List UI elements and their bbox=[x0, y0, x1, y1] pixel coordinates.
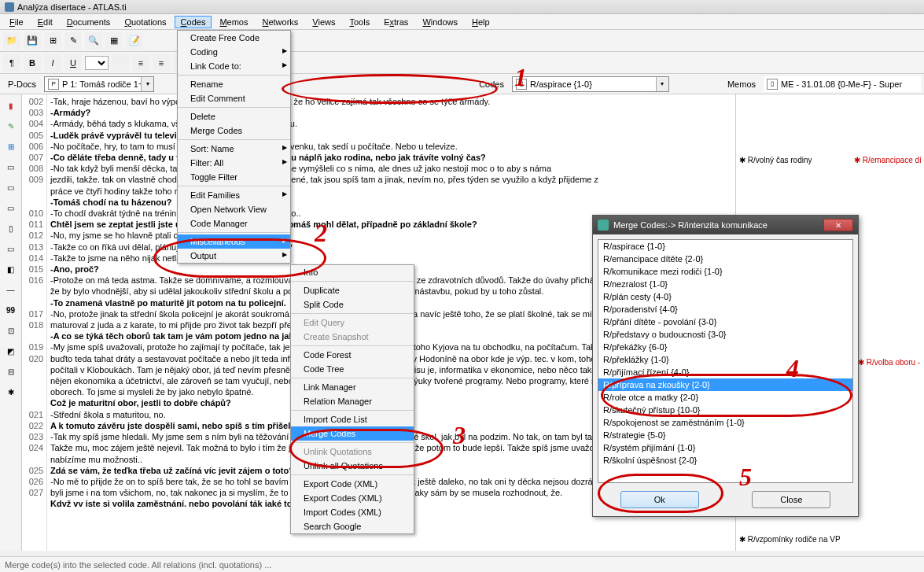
merge-list-item[interactable]: R/strategie {5-0} bbox=[598, 429, 852, 441]
menu-item[interactable]: Coding bbox=[178, 45, 290, 59]
table-icon[interactable]: ▦ bbox=[105, 32, 123, 50]
comment-icon[interactable]: 📝 bbox=[126, 32, 143, 50]
codes-selector[interactable]: ▯ R/aspirace {1-0} ▾ bbox=[512, 76, 669, 92]
memos-selector[interactable]: ▯ ME - 31.01.08 {0-Me-F} - Super bbox=[764, 76, 921, 92]
margin-code[interactable]: ✱ R/volba oboru - bbox=[858, 358, 920, 367]
submenu-item[interactable]: Import Codes (XML) bbox=[291, 505, 414, 519]
menu-tools[interactable]: Tools bbox=[344, 16, 377, 28]
search-icon[interactable]: 🔍 bbox=[85, 32, 102, 50]
submenu-item[interactable]: Split Code bbox=[291, 297, 414, 312]
open-icon[interactable]: 📁 bbox=[3, 32, 20, 50]
margin-code[interactable]: ✱ R/vzpomínky rodiče na VP bbox=[739, 535, 841, 544]
bold-icon[interactable]: B bbox=[24, 54, 41, 72]
pdocs-selector[interactable]: P P 1: Tomáš rodiče 1~ ▾ bbox=[44, 76, 154, 92]
editor-icon[interactable]: ✎ bbox=[64, 32, 82, 50]
menu-edit[interactable]: Edit bbox=[31, 16, 59, 28]
merge-list-item[interactable]: R/aspirace {1-0} bbox=[598, 240, 852, 253]
tool-j[interactable]: ⊡ bbox=[3, 323, 19, 338]
menu-item[interactable]: Edit Comment bbox=[178, 91, 290, 105]
align-center-icon[interactable]: ≡ bbox=[153, 54, 170, 72]
merge-list-item[interactable]: R/plán cesty {4-0} bbox=[598, 290, 852, 303]
tool-g[interactable]: ▯ bbox=[3, 220, 19, 236]
underline-icon[interactable]: U bbox=[64, 54, 82, 72]
submenu-item[interactable]: Duplicate bbox=[291, 283, 414, 297]
menu-item[interactable]: Miscellaneous bbox=[178, 234, 290, 249]
submenu-item[interactable]: Merge Codes bbox=[291, 426, 414, 441]
margin-code[interactable]: ✱ R/emancipace dí bbox=[854, 156, 922, 164]
menu-extras[interactable]: Extras bbox=[377, 16, 414, 28]
chevron-down-icon[interactable]: ▾ bbox=[141, 77, 153, 91]
submenu-item[interactable]: Unlink Quotations bbox=[291, 445, 414, 459]
menu-item[interactable]: Link Code to: bbox=[178, 59, 290, 73]
merge-list-item[interactable]: R/přání dítěte - povolání {3-0} bbox=[598, 316, 852, 328]
merge-list-item[interactable]: R/role otce a matky {2-0} bbox=[598, 391, 852, 404]
menu-item[interactable]: Edit Families bbox=[178, 188, 290, 202]
font-size-select[interactable] bbox=[85, 56, 109, 70]
merge-list-item[interactable]: R/překážky {6-0} bbox=[598, 341, 852, 353]
menu-item[interactable]: Delete bbox=[178, 109, 290, 124]
tool-99[interactable]: 99 bbox=[3, 302, 19, 318]
align-left-icon[interactable]: ≡ bbox=[132, 54, 149, 72]
merge-list-item[interactable]: R/komunikace mezi rodiči {1-0} bbox=[598, 265, 852, 278]
tool-d[interactable]: ▭ bbox=[3, 159, 19, 175]
tree-icon[interactable]: ⊞ bbox=[44, 32, 61, 50]
merge-list-item[interactable]: R/přijímací řízení {4-0} bbox=[598, 366, 852, 378]
merge-list-item[interactable]: R/systém přijímání {1-0} bbox=[598, 441, 852, 454]
merge-list-item[interactable]: R/skutečný přístup {10-0} bbox=[598, 404, 852, 416]
tool-b[interactable]: ✎ bbox=[3, 118, 19, 134]
menu-item[interactable]: Output bbox=[178, 249, 290, 263]
font-color-icon[interactable] bbox=[112, 54, 129, 72]
submenu-item[interactable]: Link Manager bbox=[291, 380, 414, 394]
menu-item[interactable]: Toggle Filter bbox=[178, 170, 290, 184]
menu-documents[interactable]: Documents bbox=[61, 16, 117, 28]
menu-codes[interactable]: Codes bbox=[175, 16, 212, 28]
tool-h[interactable]: ▭ bbox=[3, 241, 19, 256]
merge-list-item[interactable]: R/školní úspěšnost {2-0} bbox=[598, 454, 852, 467]
submenu-item[interactable]: Export Code (XML) bbox=[291, 477, 414, 491]
submenu-item[interactable]: Import Code List bbox=[291, 412, 414, 426]
merge-list-item[interactable]: R/emancipace dítěte {2-0} bbox=[598, 253, 852, 265]
menu-item[interactable]: Code Manager bbox=[178, 216, 290, 231]
menu-windows[interactable]: Windows bbox=[416, 16, 464, 28]
italic-icon[interactable]: I bbox=[44, 54, 61, 72]
submenu-item[interactable]: Code Tree bbox=[291, 362, 414, 376]
tool-k[interactable]: ◩ bbox=[3, 343, 19, 359]
menu-item[interactable]: Merge Codes bbox=[178, 124, 290, 138]
tool-m[interactable]: ✱ bbox=[3, 384, 19, 400]
menu-help[interactable]: Help bbox=[466, 16, 496, 28]
menu-memos[interactable]: Memos bbox=[213, 16, 254, 28]
merge-list-item[interactable]: R/poradenství {4-0} bbox=[598, 303, 852, 316]
merge-code-list[interactable]: R/aspirace {1-0}R/emancipace dítěte {2-0… bbox=[598, 239, 853, 483]
tool-f[interactable]: ▭ bbox=[3, 200, 19, 216]
submenu-item[interactable]: Create Snapshot bbox=[291, 330, 414, 344]
tool-l[interactable]: ⊟ bbox=[3, 363, 19, 379]
margin-code[interactable]: ✱ R/volný čas rodiny bbox=[739, 156, 812, 164]
tool-i[interactable]: ◧ bbox=[3, 261, 19, 277]
submenu-item[interactable]: Search Google bbox=[291, 519, 414, 533]
menu-networks[interactable]: Networks bbox=[256, 16, 304, 28]
menu-views[interactable]: Views bbox=[306, 16, 341, 28]
merge-list-item[interactable]: R/spokojenost se zaměstnáním {1-0} bbox=[598, 416, 852, 429]
menu-item[interactable]: Rename bbox=[178, 77, 290, 91]
menu-item[interactable]: Filter: All bbox=[178, 156, 290, 170]
tool-e[interactable]: ▭ bbox=[3, 179, 19, 195]
close-button[interactable]: ✕ bbox=[823, 219, 853, 231]
submenu-item[interactable]: Relation Manager bbox=[291, 394, 414, 408]
merge-list-item[interactable]: R/překlážky {1-0} bbox=[598, 353, 852, 366]
submenu-item[interactable]: Info bbox=[291, 265, 414, 279]
tool-a[interactable]: ▮ bbox=[3, 98, 19, 113]
merge-list-item[interactable]: R/příprava na zkoušky {2-0} bbox=[598, 378, 852, 391]
menu-item[interactable]: Open Network View bbox=[178, 202, 290, 216]
submenu-item[interactable]: Export Codes (XML) bbox=[291, 491, 414, 505]
merge-list-item[interactable]: R/nezralost {1-0} bbox=[598, 278, 852, 290]
close-dialog-button[interactable]: Close bbox=[752, 491, 830, 508]
ok-button[interactable]: Ok bbox=[620, 491, 699, 508]
menu-item[interactable]: Sort: Name bbox=[178, 142, 290, 156]
menu-quotations[interactable]: Quotations bbox=[118, 16, 172, 28]
chevron-down-icon[interactable]: ▾ bbox=[656, 77, 668, 91]
merge-list-item[interactable]: R/představy o budoucnosti {3-0} bbox=[598, 328, 852, 341]
paragraph-icon[interactable]: ¶ bbox=[3, 54, 20, 72]
submenu-item[interactable]: Unlink all Quotations bbox=[291, 459, 414, 473]
submenu-item[interactable]: Code Forest bbox=[291, 348, 414, 362]
tool-c[interactable]: ⊞ bbox=[3, 138, 19, 154]
